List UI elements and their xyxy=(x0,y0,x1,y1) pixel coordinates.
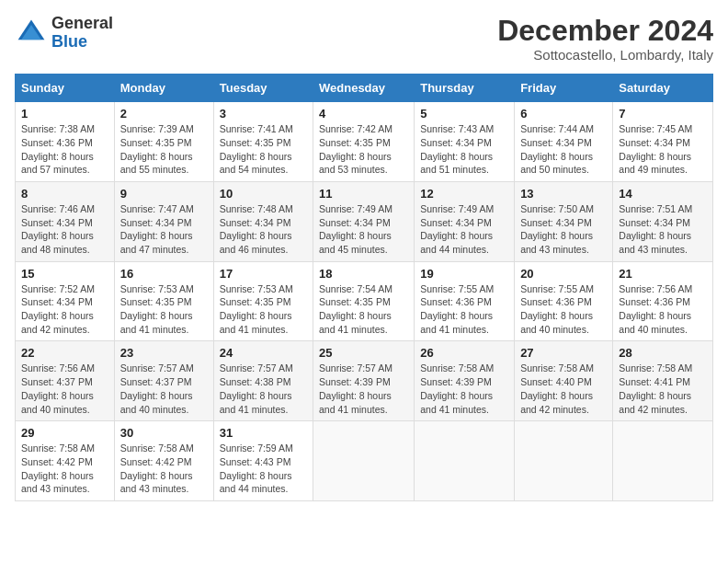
day-number: 14 xyxy=(619,187,707,201)
day-info: Sunrise: 7:55 AM Sunset: 4:36 PM Dayligh… xyxy=(420,282,508,337)
calendar-day-cell: 18Sunrise: 7:54 AM Sunset: 4:35 PM Dayli… xyxy=(313,261,415,341)
header-day-saturday: Saturday xyxy=(613,75,713,102)
calendar-day-cell: 14Sunrise: 7:51 AM Sunset: 4:34 PM Dayli… xyxy=(613,181,713,261)
day-number: 16 xyxy=(120,267,208,281)
day-info: Sunrise: 7:58 AM Sunset: 4:39 PM Dayligh… xyxy=(420,362,508,416)
day-info: Sunrise: 7:49 AM Sunset: 4:34 PM Dayligh… xyxy=(420,202,508,257)
day-number: 2 xyxy=(120,107,208,121)
calendar-table: SundayMondayTuesdayWednesdayThursdayFrid… xyxy=(15,74,713,501)
day-number: 31 xyxy=(220,426,307,440)
day-info: Sunrise: 7:43 AM Sunset: 4:34 PM Dayligh… xyxy=(420,122,508,177)
day-info: Sunrise: 7:47 AM Sunset: 4:34 PM Dayligh… xyxy=(120,202,208,257)
day-info: Sunrise: 7:48 AM Sunset: 4:34 PM Dayligh… xyxy=(220,202,307,257)
day-info: Sunrise: 7:58 AM Sunset: 4:42 PM Dayligh… xyxy=(120,442,208,496)
day-info: Sunrise: 7:53 AM Sunset: 4:35 PM Dayligh… xyxy=(120,282,208,337)
day-info: Sunrise: 7:46 AM Sunset: 4:34 PM Dayligh… xyxy=(21,202,108,257)
calendar-day-cell: 26Sunrise: 7:58 AM Sunset: 4:39 PM Dayli… xyxy=(415,341,515,421)
day-number: 12 xyxy=(420,187,508,201)
day-number: 25 xyxy=(319,346,408,360)
day-info: Sunrise: 7:39 AM Sunset: 4:35 PM Dayligh… xyxy=(120,122,208,177)
day-number: 21 xyxy=(619,267,707,281)
calendar-day-cell: 3Sunrise: 7:41 AM Sunset: 4:35 PM Daylig… xyxy=(213,102,313,182)
day-number: 28 xyxy=(619,346,707,360)
day-info: Sunrise: 7:44 AM Sunset: 4:34 PM Dayligh… xyxy=(520,122,607,177)
day-number: 26 xyxy=(420,346,508,360)
header-day-friday: Friday xyxy=(515,75,613,102)
day-number: 30 xyxy=(120,426,208,440)
day-number: 9 xyxy=(120,187,208,201)
calendar-day-cell: 8Sunrise: 7:46 AM Sunset: 4:34 PM Daylig… xyxy=(16,181,115,261)
calendar-week-row: 22Sunrise: 7:56 AM Sunset: 4:37 PM Dayli… xyxy=(16,341,713,421)
calendar-day-cell: 30Sunrise: 7:58 AM Sunset: 4:42 PM Dayli… xyxy=(114,421,213,501)
calendar-day-cell: 4Sunrise: 7:42 AM Sunset: 4:35 PM Daylig… xyxy=(313,102,415,182)
calendar-week-row: 15Sunrise: 7:52 AM Sunset: 4:34 PM Dayli… xyxy=(16,261,713,341)
day-info: Sunrise: 7:51 AM Sunset: 4:34 PM Dayligh… xyxy=(619,202,707,257)
location-subtitle: Sottocastello, Lombardy, Italy xyxy=(497,47,713,63)
day-number: 23 xyxy=(120,346,208,360)
calendar-week-row: 1Sunrise: 7:38 AM Sunset: 4:36 PM Daylig… xyxy=(16,102,713,182)
header-day-thursday: Thursday xyxy=(415,75,515,102)
day-number: 18 xyxy=(319,267,408,281)
calendar-day-cell: 24Sunrise: 7:57 AM Sunset: 4:38 PM Dayli… xyxy=(213,341,313,421)
calendar-day-cell: 21Sunrise: 7:56 AM Sunset: 4:36 PM Dayli… xyxy=(613,261,713,341)
calendar-day-cell: 17Sunrise: 7:53 AM Sunset: 4:35 PM Dayli… xyxy=(213,261,313,341)
day-info: Sunrise: 7:49 AM Sunset: 4:34 PM Dayligh… xyxy=(319,202,408,257)
day-info: Sunrise: 7:53 AM Sunset: 4:35 PM Dayligh… xyxy=(220,282,307,337)
day-info: Sunrise: 7:55 AM Sunset: 4:36 PM Dayligh… xyxy=(520,282,607,337)
calendar-week-row: 8Sunrise: 7:46 AM Sunset: 4:34 PM Daylig… xyxy=(16,181,713,261)
day-info: Sunrise: 7:50 AM Sunset: 4:34 PM Dayligh… xyxy=(520,202,607,257)
day-number: 10 xyxy=(220,187,307,201)
day-info: Sunrise: 7:56 AM Sunset: 4:36 PM Dayligh… xyxy=(619,282,707,337)
day-number: 19 xyxy=(420,267,508,281)
calendar-header-row: SundayMondayTuesdayWednesdayThursdayFrid… xyxy=(16,75,713,102)
calendar-day-cell: 15Sunrise: 7:52 AM Sunset: 4:34 PM Dayli… xyxy=(16,261,115,341)
day-number: 5 xyxy=(420,107,508,121)
calendar-day-cell: 23Sunrise: 7:57 AM Sunset: 4:37 PM Dayli… xyxy=(114,341,213,421)
day-info: Sunrise: 7:42 AM Sunset: 4:35 PM Dayligh… xyxy=(319,122,408,177)
day-info: Sunrise: 7:45 AM Sunset: 4:34 PM Dayligh… xyxy=(619,122,707,177)
calendar-day-cell: 25Sunrise: 7:57 AM Sunset: 4:39 PM Dayli… xyxy=(313,341,415,421)
day-info: Sunrise: 7:57 AM Sunset: 4:39 PM Dayligh… xyxy=(319,362,408,416)
calendar-day-cell: 10Sunrise: 7:48 AM Sunset: 4:34 PM Dayli… xyxy=(213,181,313,261)
calendar-day-cell: 20Sunrise: 7:55 AM Sunset: 4:36 PM Dayli… xyxy=(515,261,613,341)
calendar-day-cell: 28Sunrise: 7:58 AM Sunset: 4:41 PM Dayli… xyxy=(613,341,713,421)
day-number: 6 xyxy=(520,107,607,121)
logo-general: General xyxy=(51,14,113,32)
logo-blue: Blue xyxy=(51,32,87,51)
day-info: Sunrise: 7:58 AM Sunset: 4:41 PM Dayligh… xyxy=(619,362,707,416)
day-number: 7 xyxy=(619,107,707,121)
calendar-day-cell: 12Sunrise: 7:49 AM Sunset: 4:34 PM Dayli… xyxy=(415,181,515,261)
header: General Blue December 2024 Sottocastello… xyxy=(15,15,713,63)
calendar-day-cell: 5Sunrise: 7:43 AM Sunset: 4:34 PM Daylig… xyxy=(415,102,515,182)
calendar-day-cell xyxy=(613,421,713,501)
day-info: Sunrise: 7:56 AM Sunset: 4:37 PM Dayligh… xyxy=(21,362,108,416)
calendar-day-cell: 22Sunrise: 7:56 AM Sunset: 4:37 PM Dayli… xyxy=(16,341,115,421)
calendar-day-cell: 1Sunrise: 7:38 AM Sunset: 4:36 PM Daylig… xyxy=(16,102,115,182)
day-number: 3 xyxy=(220,107,307,121)
header-day-sunday: Sunday xyxy=(16,75,115,102)
logo: General Blue xyxy=(15,15,113,52)
day-info: Sunrise: 7:52 AM Sunset: 4:34 PM Dayligh… xyxy=(21,282,108,337)
day-number: 13 xyxy=(520,187,607,201)
day-info: Sunrise: 7:41 AM Sunset: 4:35 PM Dayligh… xyxy=(220,122,307,177)
calendar-day-cell xyxy=(515,421,613,501)
day-info: Sunrise: 7:58 AM Sunset: 4:42 PM Dayligh… xyxy=(21,442,108,496)
day-number: 15 xyxy=(21,267,108,281)
day-number: 8 xyxy=(21,187,108,201)
calendar-day-cell: 13Sunrise: 7:50 AM Sunset: 4:34 PM Dayli… xyxy=(515,181,613,261)
day-number: 29 xyxy=(21,426,108,440)
logo-icon xyxy=(15,17,48,50)
calendar-week-row: 29Sunrise: 7:58 AM Sunset: 4:42 PM Dayli… xyxy=(16,421,713,501)
header-day-tuesday: Tuesday xyxy=(213,75,313,102)
day-info: Sunrise: 7:58 AM Sunset: 4:40 PM Dayligh… xyxy=(520,362,607,416)
calendar-day-cell: 11Sunrise: 7:49 AM Sunset: 4:34 PM Dayli… xyxy=(313,181,415,261)
day-info: Sunrise: 7:57 AM Sunset: 4:38 PM Dayligh… xyxy=(220,362,307,416)
day-number: 4 xyxy=(319,107,408,121)
day-number: 1 xyxy=(21,107,108,121)
header-day-monday: Monday xyxy=(114,75,213,102)
calendar-day-cell xyxy=(415,421,515,501)
calendar-day-cell: 6Sunrise: 7:44 AM Sunset: 4:34 PM Daylig… xyxy=(515,102,613,182)
day-info: Sunrise: 7:38 AM Sunset: 4:36 PM Dayligh… xyxy=(21,122,108,177)
calendar-day-cell: 29Sunrise: 7:58 AM Sunset: 4:42 PM Dayli… xyxy=(16,421,115,501)
calendar-day-cell: 9Sunrise: 7:47 AM Sunset: 4:34 PM Daylig… xyxy=(114,181,213,261)
